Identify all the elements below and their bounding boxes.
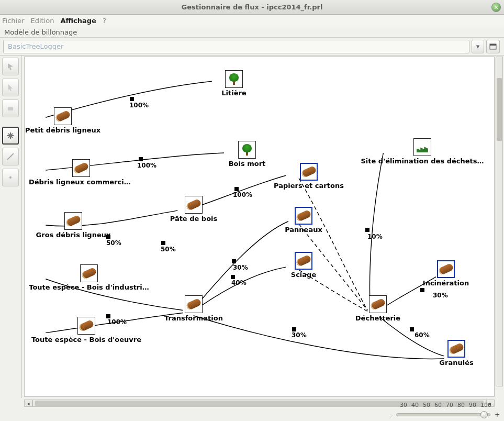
- tool-dot[interactable]: [2, 169, 19, 186]
- edge-marker: [410, 327, 414, 331]
- edge-marker: [161, 241, 165, 245]
- log-icon: [369, 298, 386, 311]
- zoom-plus[interactable]: +: [495, 411, 500, 418]
- node-gros-debris[interactable]: Gros débris ligneux: [29, 212, 118, 239]
- log-icon: [78, 319, 94, 333]
- edge-marker: [365, 228, 369, 232]
- tool-select[interactable]: [2, 58, 19, 75]
- node-industrie[interactable]: Toute espèce - Bois d'industri…: [29, 264, 149, 291]
- edge-marker: [130, 97, 134, 101]
- window-title: Gestionnaire de flux - ipcc2014_fr.prl: [182, 3, 323, 11]
- edge-label: 10%: [367, 233, 383, 240]
- vertical-scrollbar[interactable]: [496, 57, 503, 386]
- zoom-ticks: 30 40 50 60 70 80 90 100: [400, 402, 491, 408]
- close-icon[interactable]: ✕: [491, 3, 501, 12]
- node-transformation[interactable]: Transformation: [160, 295, 228, 322]
- titlebar: Gestionnaire de flux - ipcc2014_fr.prl ✕: [0, 0, 504, 15]
- node-dechetterie[interactable]: Déchetterie: [344, 295, 412, 322]
- log-icon: [73, 162, 89, 175]
- menu-fichier[interactable]: Fichier: [2, 17, 25, 25]
- zoom-tick: 80: [457, 402, 465, 408]
- scrollbar-thumb[interactable]: [497, 78, 502, 141]
- tree-icon: [242, 144, 252, 156]
- edge-label: 50%: [161, 246, 176, 253]
- log-icon: [185, 298, 201, 311]
- edge-label: 40%: [231, 279, 247, 286]
- log-icon: [295, 254, 311, 268]
- edge-marker: [139, 157, 143, 161]
- node-petit-debris[interactable]: Petit débris ligneux: [29, 107, 97, 134]
- node-granules[interactable]: Granulés: [422, 340, 490, 367]
- logger-combo-row: BasicTreeLogger ▾: [0, 38, 504, 56]
- log-icon: [448, 342, 464, 356]
- tool-link[interactable]: [2, 148, 19, 165]
- footer: - +: [0, 408, 504, 421]
- logger-combo-dropdown[interactable]: ▾: [472, 40, 484, 53]
- node-oeuvre[interactable]: Toute espèce - Bois d'oeuvre: [29, 317, 144, 344]
- edge-marker: [231, 275, 235, 279]
- menu-edition[interactable]: Edition: [31, 17, 54, 25]
- log-icon: [54, 110, 71, 123]
- menu-affichage[interactable]: Affichage: [60, 17, 96, 25]
- zoom-tick: 40: [411, 402, 419, 408]
- node-sciage[interactable]: Sciage: [270, 252, 338, 279]
- node-papiers[interactable]: Papiers et cartons: [270, 163, 348, 190]
- zoom-tick: 30: [400, 402, 407, 408]
- edge-label: 50%: [106, 239, 121, 247]
- zoom-tick: 50: [423, 402, 430, 408]
- edge-label: 100%: [129, 102, 149, 109]
- edge-label: 30%: [292, 331, 307, 339]
- zoom-knob[interactable]: [480, 411, 488, 418]
- log-icon: [81, 267, 97, 280]
- svg-rect-1: [490, 44, 496, 46]
- log-icon: [65, 215, 81, 228]
- svg-rect-2: [8, 107, 13, 110]
- log-icon: [438, 263, 454, 276]
- tool-node[interactable]: [2, 99, 19, 117]
- edge-marker: [420, 288, 424, 292]
- canvas[interactable]: 100% 100% 100% 100% 10% 50% 50% 30% 40% …: [24, 57, 495, 397]
- logger-combo[interactable]: BasicTreeLogger: [3, 40, 469, 53]
- node-debris-comm[interactable]: Débris ligneux commerciaux: [29, 159, 133, 186]
- panel-section-label: Modèle de billonnage: [0, 27, 504, 38]
- node-incineration[interactable]: Incinération: [412, 260, 480, 287]
- menubar: Fichier Edition Affichage ?: [0, 15, 504, 27]
- logger-settings-button[interactable]: [486, 40, 500, 53]
- main-area: 100% 100% 100% 100% 10% 50% 50% 30% 40% …: [0, 56, 504, 398]
- window-icon: [489, 42, 497, 51]
- edge-label: 100%: [137, 162, 156, 169]
- zoom-tick: 100: [480, 402, 491, 408]
- node-litiere[interactable]: Litière: [200, 70, 268, 97]
- tree-icon: [229, 73, 239, 85]
- edge-marker: [234, 187, 239, 191]
- hscroll-left[interactable]: ◂: [24, 400, 32, 407]
- edge-label: 60%: [415, 331, 430, 339]
- zoom-minus[interactable]: -: [390, 411, 392, 418]
- edge-marker: [232, 259, 236, 263]
- zoom-tick: 60: [434, 402, 442, 408]
- zoom-tick: 90: [469, 402, 476, 408]
- node-pate[interactable]: Pâte de bois: [160, 196, 228, 223]
- svg-point-3: [9, 176, 12, 179]
- zoom-slider[interactable]: [396, 413, 490, 416]
- log-icon: [185, 198, 201, 212]
- logger-combo-value: BasicTreeLogger: [8, 42, 63, 50]
- menu-help[interactable]: ?: [103, 17, 106, 25]
- edge-label: 30%: [433, 292, 448, 299]
- tool-palette: [0, 56, 22, 398]
- edge-marker: [292, 327, 296, 331]
- factory-icon: [417, 142, 428, 152]
- zoom-tick: 70: [446, 402, 453, 408]
- edge-label: 30%: [233, 264, 248, 271]
- edge-label: 100%: [233, 191, 252, 198]
- tool-pointer[interactable]: [2, 79, 19, 96]
- tool-pan[interactable]: [2, 127, 19, 145]
- log-icon: [300, 165, 317, 179]
- node-site-elim[interactable]: Site d'élimination des déchets…: [354, 138, 490, 165]
- node-panneaux[interactable]: Panneaux: [270, 207, 338, 234]
- log-icon: [295, 209, 311, 223]
